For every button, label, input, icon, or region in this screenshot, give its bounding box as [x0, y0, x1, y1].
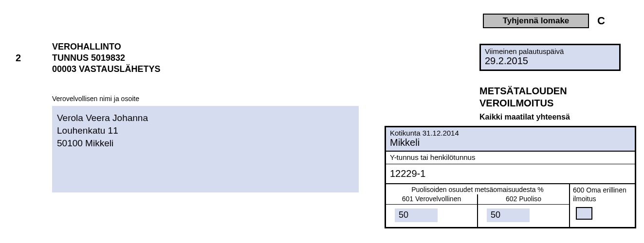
name-address-label: Verovelvollisen nimi ja osoite [52, 95, 139, 103]
return-date-label: Viimeinen palautuspäivä [485, 47, 615, 55]
shares-header: Puolisoiden osuudet metsäomaisuudesta % [386, 184, 569, 194]
data-container: Kotikunta 31.12.2014 Mikkeli Y-tunnus ta… [385, 126, 636, 228]
return-date-box: Viimeinen palautuspäivä 29.2.2015 [479, 44, 621, 71]
share-taxpayer-input[interactable]: 50 [395, 208, 438, 222]
own-notice-label: 600 Oma erillinen ilmoitus [570, 184, 635, 204]
own-notice-checkbox[interactable] [576, 207, 592, 220]
return-date-value: 29.2.2015 [485, 55, 615, 67]
form-letter: C [597, 15, 605, 27]
ytunnus-label: Y-tunnus tai henkilötunnus [386, 152, 635, 164]
sender-line2: TUNNUS 5019832 [52, 52, 160, 64]
ytunnus-row: Y-tunnus tai henkilötunnus 12229-1 [386, 152, 635, 184]
taxpayer-name: Verola Veera Johanna [57, 112, 354, 124]
share-col2-label: 602 Puoliso [478, 194, 569, 205]
share-col1-label: 601 Verovelvollinen [386, 194, 477, 205]
bottom-row: Puolisoiden osuudet metsäomaisuudesta % … [386, 184, 635, 227]
form-title: METSÄTALOUDEN VEROILMOITUS [479, 85, 567, 109]
form-number: 2 [16, 52, 21, 64]
share-col-spouse: 602 Puoliso 50 [478, 194, 569, 227]
sender-block: VEROHALLINTO TUNNUS 5019832 00003 VASTAU… [52, 41, 160, 75]
clear-form-button[interactable]: Tyhjennä lomake [483, 14, 589, 28]
shares-block: Puolisoiden osuudet metsäomaisuudesta % … [386, 184, 570, 227]
form-subtitle: Kaikki maatilat yhteensä [479, 113, 570, 122]
share-spouse-input[interactable]: 50 [487, 208, 530, 222]
sender-line3: 00003 VASTAUSLÄHETYS [52, 64, 160, 75]
kotikunta-row: Kotikunta 31.12.2014 Mikkeli [386, 127, 635, 152]
kotikunta-value: Mikkeli [390, 137, 631, 148]
sender-line1: VEROHALLINTO [52, 41, 160, 52]
name-address-field[interactable]: Verola Veera Johanna Louhenkatu 11 50100… [52, 106, 359, 192]
form-title-line1: METSÄTALOUDEN [479, 85, 567, 97]
own-notice-block: 600 Oma erillinen ilmoitus [570, 184, 635, 227]
form-title-line2: VEROILMOITUS [479, 97, 567, 109]
share-col-taxpayer: 601 Verovelvollinen 50 [386, 194, 478, 227]
taxpayer-city: 50100 Mikkeli [57, 137, 354, 150]
taxpayer-street: Louhenkatu 11 [57, 124, 354, 137]
kotikunta-label: Kotikunta 31.12.2014 [390, 129, 631, 137]
ytunnus-value: 12229-1 [386, 164, 635, 183]
